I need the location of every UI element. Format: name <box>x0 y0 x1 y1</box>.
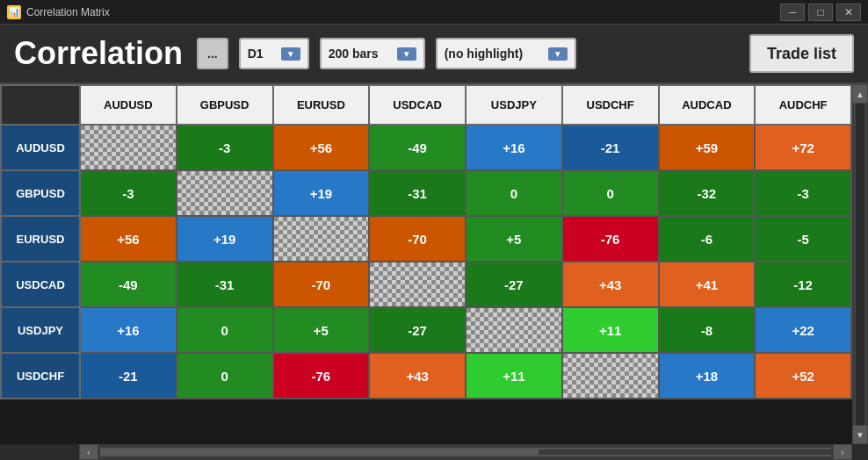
cell-usdchf-gbpusd[interactable]: 0 <box>177 353 273 399</box>
cell-usdchf-audusd[interactable]: -21 <box>80 353 177 399</box>
scroll-left-button[interactable]: ‹ <box>79 444 98 460</box>
maximize-button[interactable]: □ <box>808 4 833 21</box>
cell-eurusd-audcad[interactable]: -6 <box>659 216 756 262</box>
cell-audusd-usdcad[interactable]: -49 <box>369 125 466 170</box>
scroll-right-button[interactable]: › <box>833 444 852 460</box>
cell-audusd-audcad[interactable]: +59 <box>659 125 756 170</box>
cell-gbpusd-audusd[interactable]: -3 <box>80 170 177 216</box>
cell-gbpusd-usdcad[interactable]: -31 <box>369 170 466 216</box>
timeframe-arrow-icon: ▼ <box>281 47 300 61</box>
bottom-bar: ‹ › <box>0 444 868 460</box>
cell-usdchf-audcad[interactable]: +18 <box>659 353 756 399</box>
table-row: GBPUSD -3 +19 -31 0 0 -32 -3 <box>1 170 851 216</box>
col-header-usdchf: USDCHF <box>562 85 659 125</box>
cell-usdcad-usdchf[interactable]: +43 <box>562 262 659 307</box>
col-header-gbpusd: GBPUSD <box>177 85 273 125</box>
table-row: AUDUSD -3 +56 -49 +16 -21 +59 +72 <box>1 125 851 170</box>
timeframe-select[interactable]: D1 ▼ <box>239 38 309 69</box>
horizontal-scrollbar[interactable]: ‹ › <box>79 444 852 460</box>
cell-usdcad-audchf[interactable]: -12 <box>755 262 851 307</box>
h-scroll-track[interactable] <box>100 448 831 456</box>
table-row: USDCAD -49 -31 -70 -27 +43 +41 -12 <box>1 262 851 307</box>
cell-gbpusd-audchf[interactable]: -3 <box>755 170 851 216</box>
row-label-eurusd: EURUSD <box>1 216 80 262</box>
cell-audusd-usdjpy[interactable]: +16 <box>466 125 562 170</box>
matrix-wrapper: AUDUSD GBPUSD EURUSD USDCAD USDJPY USDCH… <box>0 84 868 444</box>
title-bar: 📊 Correlation Matrix ─ □ ✕ <box>0 0 868 25</box>
title-bar-controls: ─ □ ✕ <box>780 4 861 21</box>
cell-audusd-audchf[interactable]: +72 <box>755 125 851 170</box>
bars-value: 200 bars <box>329 47 379 61</box>
bars-arrow-icon: ▼ <box>397 47 416 61</box>
cell-gbpusd-usdjpy[interactable]: 0 <box>466 170 562 216</box>
bottom-right-corner <box>852 444 868 460</box>
trade-list-button[interactable]: Trade list <box>749 34 854 73</box>
cell-usdcad-usdjpy[interactable]: -27 <box>466 262 562 307</box>
row-label-audusd: AUDUSD <box>1 125 80 170</box>
row-label-gbpusd: GBPUSD <box>1 170 80 216</box>
vertical-scrollbar[interactable]: ▲ ▼ <box>852 84 868 444</box>
cell-eurusd-usdcad[interactable]: -70 <box>369 216 466 262</box>
main-content: AUDUSD GBPUSD EURUSD USDCAD USDJPY USDCH… <box>0 84 868 460</box>
cell-gbpusd-audcad[interactable]: -32 <box>659 170 756 216</box>
cell-usdjpy-audcad[interactable]: -8 <box>659 307 756 353</box>
highlight-select[interactable]: (no highlight) ▼ <box>436 38 576 69</box>
cell-usdjpy-usdcad[interactable]: -27 <box>369 307 466 353</box>
cell-usdchf-eurusd[interactable]: -76 <box>273 353 370 399</box>
cell-eurusd-usdchf[interactable]: -76 <box>562 216 659 262</box>
cell-usdjpy-gbpusd[interactable]: 0 <box>177 307 273 353</box>
cell-usdcad-eurusd[interactable]: -70 <box>273 262 370 307</box>
scroll-down-button[interactable]: ▼ <box>852 425 868 444</box>
h-scroll-thumb[interactable] <box>100 449 539 455</box>
empty-corner <box>1 85 80 125</box>
cell-usdjpy-usdchf[interactable]: +11 <box>562 307 659 353</box>
col-header-eurusd: EURUSD <box>273 85 370 125</box>
cell-eurusd-gbpusd[interactable]: +19 <box>177 216 273 262</box>
cell-eurusd-audusd[interactable]: +56 <box>80 216 177 262</box>
highlight-value: (no highlight) <box>445 47 523 61</box>
scroll-track[interactable] <box>854 104 866 425</box>
cell-gbpusd-usdchf[interactable]: 0 <box>562 170 659 216</box>
cell-usdjpy-usdjpy[interactable] <box>466 307 562 353</box>
row-label-usdchf: USDCHF <box>1 353 80 399</box>
cell-audusd-gbpusd[interactable]: -3 <box>177 125 273 170</box>
cell-usdjpy-audchf[interactable]: +22 <box>755 307 851 353</box>
table-row: USDCHF -21 0 -76 +43 +11 +18 +52 <box>1 353 851 399</box>
cell-usdcad-audusd[interactable]: -49 <box>80 262 177 307</box>
cell-eurusd-usdjpy[interactable]: +5 <box>466 216 562 262</box>
timeframe-value: D1 <box>248 47 264 61</box>
bars-select[interactable]: 200 bars ▼ <box>320 38 425 69</box>
col-header-audcad: AUDCAD <box>659 85 756 125</box>
cell-usdcad-usdcad[interactable] <box>369 262 466 307</box>
cell-usdjpy-eurusd[interactable]: +5 <box>273 307 370 353</box>
table-row: EURUSD +56 +19 -70 +5 -76 -6 -5 <box>1 216 851 262</box>
col-header-usdcad: USDCAD <box>369 85 466 125</box>
cell-usdcad-gbpusd[interactable]: -31 <box>177 262 273 307</box>
cell-eurusd-eurusd[interactable] <box>273 216 370 262</box>
matrix-container: AUDUSD GBPUSD EURUSD USDCAD USDJPY USDCH… <box>0 84 852 444</box>
scroll-up-button[interactable]: ▲ <box>852 84 868 104</box>
title-bar-title: Correlation Matrix <box>26 6 110 18</box>
cell-usdchf-usdjpy[interactable]: +11 <box>466 353 562 399</box>
cell-usdchf-usdcad[interactable]: +43 <box>369 353 466 399</box>
minimize-button[interactable]: ─ <box>780 4 805 21</box>
toolbar: Correlation ... D1 ▼ 200 bars ▼ (no high… <box>0 25 868 84</box>
cell-gbpusd-eurusd[interactable]: +19 <box>273 170 370 216</box>
cell-usdchf-audchf[interactable]: +52 <box>755 353 851 399</box>
cell-usdjpy-audusd[interactable]: +16 <box>80 307 177 353</box>
row-label-usdjpy: USDJPY <box>1 307 80 353</box>
cell-gbpusd-gbpusd[interactable] <box>177 170 273 216</box>
table-row: USDJPY +16 0 +5 -27 +11 -8 +22 <box>1 307 851 353</box>
app-icon: 📊 <box>7 5 21 19</box>
highlight-arrow-icon: ▼ <box>548 47 568 61</box>
cell-usdchf-usdchf[interactable] <box>562 353 659 399</box>
bottom-corner <box>0 444 79 460</box>
cell-usdcad-audcad[interactable]: +41 <box>659 262 756 307</box>
more-button[interactable]: ... <box>197 38 228 69</box>
cell-audusd-eurusd[interactable]: +56 <box>273 125 370 170</box>
cell-eurusd-audchf[interactable]: -5 <box>755 216 851 262</box>
close-button[interactable]: ✕ <box>836 4 861 21</box>
cell-audusd-usdchf[interactable]: -21 <box>562 125 659 170</box>
row-label-usdcad: USDCAD <box>1 262 80 307</box>
cell-audusd-audusd[interactable] <box>80 125 177 170</box>
